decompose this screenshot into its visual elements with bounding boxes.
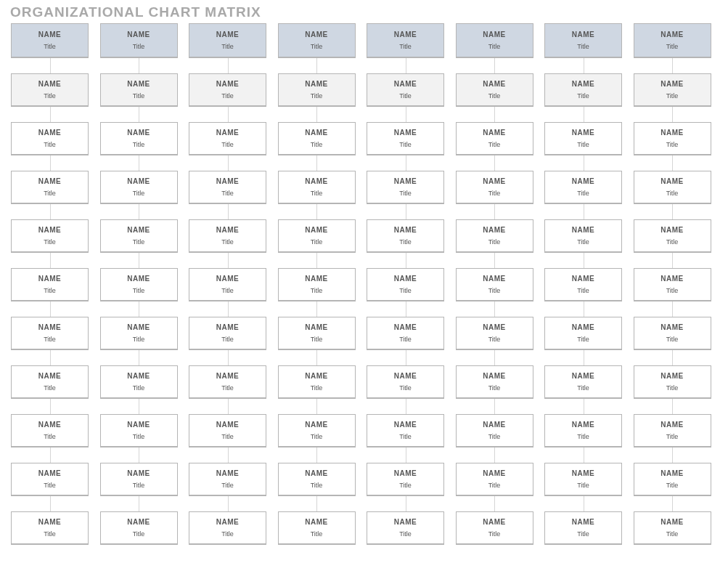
org-cell: NAMETitle xyxy=(544,268,622,301)
org-cell-title: Title xyxy=(221,287,234,294)
org-cell: NAMETitle xyxy=(11,171,89,204)
org-cell-title: Title xyxy=(133,482,145,489)
org-cell: NAMETitle xyxy=(367,511,444,545)
org-cell-name: NAME xyxy=(394,275,417,283)
org-cell: NAMETitle xyxy=(189,365,266,399)
org-cell: NAMETitle xyxy=(634,122,711,155)
org-cell: NAMETitle xyxy=(11,122,89,155)
connector xyxy=(316,58,317,73)
org-cell-name: NAME xyxy=(127,129,150,137)
connector xyxy=(406,301,406,317)
org-cell-name: NAME xyxy=(38,469,61,477)
org-cell-name: NAME xyxy=(38,275,61,283)
connector xyxy=(672,204,673,219)
connector xyxy=(584,447,584,463)
org-cell-name: NAME xyxy=(660,226,683,234)
connector xyxy=(50,399,51,414)
org-cell: NAMETitle xyxy=(100,511,178,545)
connector xyxy=(584,107,584,122)
org-cell-name: NAME xyxy=(483,323,505,331)
org-cell: NAMETitle xyxy=(367,365,444,399)
org-cell-name: NAME xyxy=(394,323,417,331)
org-cell-name: NAME xyxy=(483,31,505,39)
org-cell-name: NAME xyxy=(127,372,150,380)
org-cell: NAMETitle xyxy=(278,23,356,58)
connector xyxy=(316,155,317,171)
org-cell-name: NAME xyxy=(394,80,417,88)
org-cell-name: NAME xyxy=(38,226,61,234)
org-cell: NAMETitle xyxy=(278,511,356,545)
org-cell-name: NAME xyxy=(305,275,327,283)
connector xyxy=(228,155,229,171)
org-cell-title: Title xyxy=(311,43,323,50)
org-cell-title: Title xyxy=(221,384,234,392)
org-cell-title: Title xyxy=(666,141,679,148)
org-cell-name: NAME xyxy=(572,323,594,331)
org-cell: NAMETitle xyxy=(544,365,622,399)
org-cell-name: NAME xyxy=(127,31,150,39)
connector xyxy=(50,447,51,463)
org-cell: NAMETitle xyxy=(634,268,711,301)
org-cell: NAMETitle xyxy=(634,171,711,204)
org-cell-title: Title xyxy=(399,384,412,392)
connector xyxy=(139,399,139,414)
connector xyxy=(584,155,584,171)
org-cell-name: NAME xyxy=(38,177,61,185)
connector xyxy=(672,253,673,268)
connector xyxy=(584,204,584,219)
org-cell-title: Title xyxy=(44,433,56,440)
org-cell-title: Title xyxy=(311,336,323,343)
org-cell-title: Title xyxy=(221,482,234,489)
org-cell-title: Title xyxy=(44,384,56,392)
org-cell-title: Title xyxy=(44,287,56,294)
org-cell-title: Title xyxy=(311,433,323,440)
org-cell-title: Title xyxy=(666,433,679,440)
org-cell: NAMETitle xyxy=(278,365,356,399)
org-cell-title: Title xyxy=(221,238,234,246)
org-cell-title: Title xyxy=(44,190,56,197)
org-cell: NAMETitle xyxy=(100,317,178,350)
org-cell: NAMETitle xyxy=(367,171,444,204)
org-cell-name: NAME xyxy=(216,275,239,283)
org-cell: NAMETitle xyxy=(367,414,444,447)
connector xyxy=(672,155,673,171)
connector xyxy=(672,58,673,73)
org-cell: NAMETitle xyxy=(11,219,89,253)
org-cell-title: Title xyxy=(666,43,679,50)
connector xyxy=(494,350,495,365)
org-cell-name: NAME xyxy=(127,226,150,234)
org-cell-name: NAME xyxy=(216,80,239,88)
connector xyxy=(228,253,229,268)
org-cell-title: Title xyxy=(44,482,56,489)
org-cell: NAMETitle xyxy=(189,23,266,58)
org-cell: NAMETitle xyxy=(456,219,533,253)
org-cell-title: Title xyxy=(488,238,501,246)
org-cell: NAMETitle xyxy=(278,463,356,496)
org-cell-title: Title xyxy=(133,384,145,392)
connector xyxy=(50,107,51,122)
org-cell-title: Title xyxy=(577,190,589,197)
org-cell: NAMETitle xyxy=(544,317,622,350)
org-cell: NAMETitle xyxy=(634,317,711,350)
connector xyxy=(406,204,406,219)
org-cell-name: NAME xyxy=(38,421,61,429)
connector xyxy=(139,155,139,171)
org-cell-title: Title xyxy=(577,287,589,294)
org-cell-title: Title xyxy=(311,92,323,100)
connector xyxy=(316,447,317,463)
org-cell-name: NAME xyxy=(305,80,327,88)
org-cell-title: Title xyxy=(311,482,323,489)
org-cell: NAMETitle xyxy=(189,171,266,204)
org-cell-name: NAME xyxy=(483,129,505,137)
org-cell-title: Title xyxy=(577,141,589,148)
connector xyxy=(316,301,317,317)
org-cell-title: Title xyxy=(399,43,412,50)
connector xyxy=(228,399,229,414)
org-cell: NAMETitle xyxy=(278,122,356,155)
org-cell: NAMETitle xyxy=(544,414,622,447)
org-cell: NAMETitle xyxy=(278,414,356,447)
org-cell-title: Title xyxy=(311,238,323,246)
connector xyxy=(672,447,673,463)
org-cell-title: Title xyxy=(577,336,589,343)
org-cell-title: Title xyxy=(399,141,412,148)
